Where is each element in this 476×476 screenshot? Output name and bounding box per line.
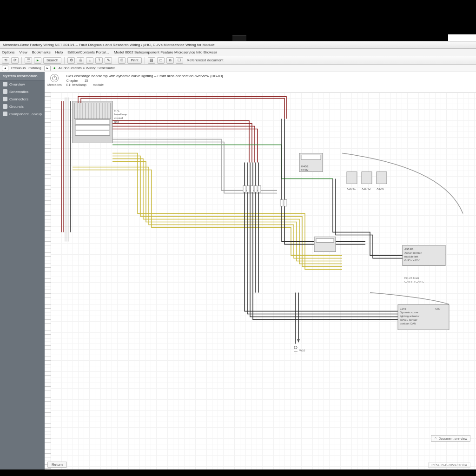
view-button[interactable]: ▤ (148, 57, 155, 64)
view-button[interactable]: ☐ (176, 57, 183, 64)
svg-rect-25 (254, 186, 257, 192)
svg-text:module left: module left (404, 255, 418, 258)
menu-button[interactable]: ☰ (25, 57, 32, 64)
tab-stub-right (448, 34, 476, 41)
return-button[interactable]: Return (47, 462, 67, 468)
print-button[interactable]: Print (127, 57, 141, 64)
document-meta: Gas discharge headlamp with dynamic curv… (66, 74, 223, 86)
toolbar-main: ⟲ ⟳ ☰ ▸ Search ⚙ ⎙ ⤓ ⤒ ✎ ⊞ Print ▤ ▭ ⧉ ☐… (0, 56, 476, 65)
sidebar-item-grounds[interactable]: Grounds (0, 103, 45, 110)
svg-text:Xenon ignition: Xenon ignition (404, 251, 422, 254)
svg-rect-29 (301, 155, 321, 160)
svg-text:X26/41: X26/41 (347, 187, 356, 190)
svg-rect-28 (284, 200, 287, 206)
sidebar-item-label: Schematics (9, 90, 28, 94)
tool-button[interactable]: ⤒ (95, 57, 103, 64)
content-area: Mercedes Gas discharge headlamp with dyn… (45, 72, 476, 469)
letterbox-bottom (0, 469, 476, 476)
breadcrumb-bar: ◂ Previous Catalog ▸ ● All documents » W… (0, 65, 476, 72)
svg-text:lighting actuator: lighting actuator (400, 315, 419, 317)
tool-button[interactable]: ⊞ (118, 57, 126, 64)
svg-text:control: control (114, 117, 123, 119)
letterbox-top (0, 0, 476, 41)
view-button[interactable]: ▭ (157, 57, 165, 64)
document-title: Gas discharge headlamp with dynamic curv… (66, 74, 223, 78)
menu-item[interactable]: View (20, 50, 27, 54)
breadcrumb-path[interactable]: All documents » Wiring Schematic (59, 66, 115, 70)
document-stamp: PE54.25-P-2050-97OKA (428, 463, 470, 468)
svg-text:K40/2: K40/2 (301, 165, 309, 168)
svg-text:G89: G89 (435, 307, 441, 310)
document-header: Mercedes Gas discharge headlamp with dyn… (45, 72, 476, 93)
crumb-fwd-button[interactable]: ▸ (44, 66, 51, 71)
mercedes-logo-icon (50, 74, 59, 82)
menu-item[interactable]: Bookmarks (32, 50, 51, 54)
brand-block: Mercedes (47, 74, 62, 86)
brand-label: Mercedes (47, 83, 62, 86)
svg-rect-24 (251, 186, 253, 192)
connector-a (347, 172, 357, 184)
doc-icon (3, 89, 7, 94)
crumb-back-button[interactable]: ◂ (2, 66, 8, 71)
connector-c (377, 172, 387, 184)
doc-icon (3, 104, 7, 109)
tool-button[interactable]: ⤓ (86, 57, 93, 64)
svg-rect-3 (75, 131, 110, 136)
svg-text:GND / +12V: GND / +12V (404, 259, 420, 262)
tab-stub (232, 35, 246, 41)
legend-label: Document overview (439, 437, 467, 440)
menu-bar: Options View Bookmarks Help Edition/Cont… (0, 49, 476, 56)
app-window: Mercedes-Benz Factory Wiring NET 2018/1 … (0, 41, 476, 469)
separator (145, 57, 145, 64)
svg-text:W10: W10 (299, 349, 305, 352)
window-title: Mercedes-Benz Factory Wiring NET 2018/1 … (3, 43, 215, 47)
title-bar: Mercedes-Benz Factory Wiring NET 2018/1 … (0, 41, 476, 49)
forward-button[interactable]: ⟳ (11, 57, 19, 64)
toolbar-label: Referenced document (187, 58, 224, 62)
menu-item[interactable]: Edition/Contents Portal… (67, 50, 109, 54)
body-row: System Information Overview Schematics C… (0, 72, 476, 469)
doc-code-value: 15 (85, 79, 88, 82)
separator (21, 57, 22, 64)
svg-rect-26 (258, 186, 261, 192)
separator (64, 57, 65, 64)
tool-button[interactable]: ✎ (105, 57, 112, 64)
play-button[interactable]: ▸ (34, 57, 41, 64)
svg-rect-35 (316, 239, 334, 243)
svg-text:CAN-H / CAN-L: CAN-H / CAN-L (404, 280, 424, 283)
sidebar-item-label: Overview (9, 82, 25, 86)
svg-rect-27 (280, 200, 283, 206)
sidebar-item-overview[interactable]: Overview (0, 80, 45, 88)
svg-text:Relay: Relay (301, 168, 308, 171)
menu-item[interactable]: Help (55, 50, 63, 54)
sidebar-item-label: Connectors (9, 97, 28, 101)
search-button[interactable]: Search (43, 57, 61, 64)
tool-button[interactable]: ⚙ (67, 57, 75, 64)
doc-sub-a: E1: headlamp (66, 83, 86, 86)
ecu-label: N71 (114, 109, 120, 112)
svg-text:X26/42: X26/42 (362, 187, 371, 190)
tool-button[interactable]: ⎙ (77, 57, 84, 64)
crumb-label: Catalog (28, 66, 41, 70)
svg-text:position CAN: position CAN (400, 322, 416, 325)
legend-box[interactable]: ⚠ Document overview (431, 435, 470, 442)
doc-code-label: Chapter (66, 79, 78, 82)
footer-left: Return (47, 462, 67, 468)
svg-text:servo / sensor: servo / sensor (400, 318, 417, 321)
menu-item[interactable]: Model 0002 Subcomponent Feature Microser… (114, 50, 217, 54)
back-button[interactable]: ⟲ (2, 57, 9, 64)
sidebar-item-lookup[interactable]: Component Lookup (0, 110, 45, 118)
sidebar: System Information Overview Schematics C… (0, 72, 45, 469)
svg-text:E1n1: E1n1 (400, 307, 407, 310)
svg-rect-23 (247, 186, 250, 192)
svg-rect-22 (243, 186, 246, 192)
sidebar-header: System Information (0, 72, 45, 80)
connector-b (362, 172, 372, 184)
svg-point-48 (294, 346, 297, 349)
sidebar-item-connectors[interactable]: Connectors (0, 95, 45, 103)
menu-item[interactable]: Options (2, 50, 15, 54)
view-button[interactable]: ⧉ (166, 57, 174, 64)
sidebar-item-schematics[interactable]: Schematics (0, 88, 45, 95)
wiring-diagram: N71 Headlamp control unit (45, 93, 476, 469)
diagram-canvas[interactable]: N71 Headlamp control unit (45, 93, 476, 469)
